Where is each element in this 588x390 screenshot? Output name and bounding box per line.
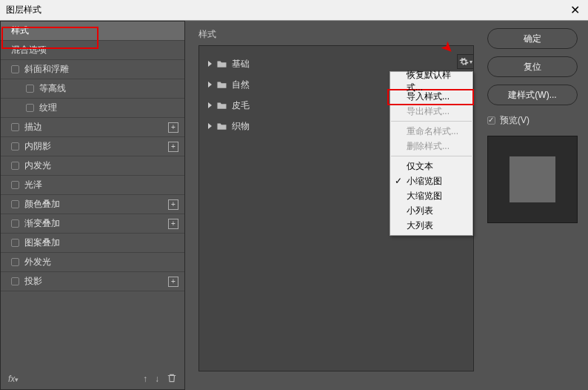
preview-checkbox[interactable] [487, 116, 495, 125]
effects-footer: fx▾ ↑ ↓ [1, 368, 184, 389]
label: 外发光 [24, 256, 51, 268]
checkbox[interactable] [11, 277, 19, 285]
close-icon[interactable]: ✕ [567, 3, 582, 17]
row-pattern-overlay[interactable]: 图案叠加 [1, 234, 184, 253]
label: 图案叠加 [24, 237, 60, 249]
disclosure-triangle-icon[interactable] [208, 102, 212, 108]
checkbox[interactable] [11, 142, 19, 151]
label: 颜色叠加 [24, 198, 60, 211]
menu-small-thumbnail[interactable]: ✓小缩览图 [390, 173, 472, 188]
row-blending-options[interactable]: 混合选项 [1, 41, 184, 60]
label: 内阴影 [24, 140, 51, 153]
checkbox[interactable] [11, 219, 19, 228]
folder-icon [216, 101, 227, 110]
checkbox[interactable] [11, 162, 19, 170]
ok-button[interactable]: 确定 [487, 28, 578, 49]
fx-menu-button[interactable]: fx▾ [8, 374, 19, 384]
label: 描边 [24, 121, 42, 133]
preview-swatch-inner [510, 156, 555, 202]
row-bevel-emboss[interactable]: 斜面和浮雕 [1, 60, 184, 79]
gear-context-menu: 恢复默认样式... 导入样式... 导出样式... 重命名样式... 删除样式.… [390, 71, 473, 236]
checkbox[interactable] [26, 104, 34, 112]
checkbox[interactable] [11, 123, 19, 131]
effects-list-panel: 样式 混合选项 斜面和浮雕 等高线 纹理 描边+ 内阴影+ 内发光 光泽 颜色叠… [0, 21, 185, 390]
new-style-button[interactable]: 建样式(W)... [487, 85, 578, 105]
folder-icon [216, 122, 227, 130]
menu-text-only[interactable]: 仅文本 [390, 159, 472, 173]
footer-up-icon[interactable]: ↑ [143, 374, 147, 384]
right-panel: 确定 复位 建样式(W)... 预览(V) [484, 21, 588, 390]
folder-label: 自然 [232, 79, 250, 91]
checkbox[interactable] [11, 258, 19, 266]
disclosure-triangle-icon[interactable] [208, 123, 212, 129]
row-gradient-overlay[interactable]: 渐变叠加+ [1, 214, 184, 234]
dialog-title: 图层样式 [6, 4, 41, 16]
disclosure-triangle-icon[interactable] [208, 61, 212, 67]
add-icon[interactable]: + [168, 219, 178, 229]
label: 光泽 [24, 179, 42, 191]
row-satin[interactable]: 光泽 [1, 176, 184, 195]
trash-icon[interactable] [167, 373, 177, 386]
label: 投影 [24, 275, 42, 288]
label: 纹理 [39, 102, 57, 114]
row-inner-glow[interactable]: 内发光 [1, 156, 184, 176]
effects-list: 样式 混合选项 斜面和浮雕 等高线 纹理 描边+ 内阴影+ 内发光 光泽 颜色叠… [1, 22, 184, 368]
add-icon[interactable]: + [168, 142, 178, 152]
add-icon[interactable]: + [168, 199, 178, 210]
menu-separator [391, 121, 472, 122]
effects-header-styles[interactable]: 样式 [1, 22, 184, 41]
center-title: 样式 [198, 28, 474, 41]
row-color-overlay[interactable]: 颜色叠加+ [1, 195, 184, 214]
label: 样式 [11, 24, 29, 37]
checkbox[interactable] [11, 200, 19, 208]
folder-label: 织物 [232, 120, 250, 133]
menu-separator [391, 156, 472, 156]
menu-export-styles[interactable]: 导出样式... [390, 104, 472, 119]
row-stroke[interactable]: 描边+ [1, 118, 184, 137]
add-icon[interactable]: + [168, 122, 178, 133]
row-contour[interactable]: 等高线 [1, 79, 184, 99]
preview-swatch [487, 136, 578, 223]
preview-label: 预览(V) [500, 114, 529, 127]
label: 内发光 [24, 159, 51, 172]
main-area: 样式 混合选项 斜面和浮雕 等高线 纹理 描边+ 内阴影+ 内发光 光泽 颜色叠… [0, 21, 588, 390]
row-inner-shadow[interactable]: 内阴影+ [1, 137, 184, 156]
label: 混合选项 [11, 44, 47, 56]
title-bar: 图层样式 ✕ [0, 0, 588, 21]
add-icon[interactable]: + [168, 277, 178, 287]
folder-icon [216, 80, 227, 89]
checkbox[interactable] [11, 239, 19, 247]
folder-icon [216, 59, 227, 68]
row-outer-glow[interactable]: 外发光 [1, 253, 184, 272]
menu-large-list[interactable]: 大列表 [390, 218, 472, 233]
menu-import-styles[interactable]: 导入样式... [390, 89, 472, 104]
row-drop-shadow[interactable]: 投影+ [1, 272, 184, 291]
disclosure-triangle-icon[interactable] [208, 82, 212, 87]
preview-toggle-row[interactable]: 预览(V) [487, 114, 578, 127]
folder-label: 皮毛 [232, 99, 250, 112]
styles-box: ➤ 基础 自然 皮毛 织物 ▾ [198, 45, 474, 371]
gear-menu-button[interactable]: ▾ [457, 54, 474, 69]
label: 斜面和浮雕 [24, 63, 69, 76]
label: 等高线 [39, 82, 66, 95]
checkbox[interactable] [26, 85, 34, 93]
reset-button[interactable]: 复位 [487, 56, 578, 77]
center-panel: 样式 ➤ 基础 自然 皮毛 织物 [185, 21, 484, 390]
menu-restore-default[interactable]: 恢复默认样式... [390, 74, 472, 89]
menu-rename-style[interactable]: 重命名样式... [390, 124, 472, 139]
row-texture[interactable]: 纹理 [1, 99, 184, 118]
label: 渐变叠加 [24, 217, 60, 230]
menu-delete-style[interactable]: 删除样式... [390, 139, 472, 153]
footer-down-icon[interactable]: ↓ [155, 374, 159, 384]
checkbox[interactable] [11, 181, 19, 189]
folder-label: 基础 [232, 58, 250, 70]
menu-large-thumbnail[interactable]: 大缩览图 [390, 188, 472, 203]
check-icon: ✓ [395, 176, 402, 186]
menu-small-list[interactable]: 小列表 [390, 203, 472, 218]
checkbox[interactable] [11, 65, 19, 73]
